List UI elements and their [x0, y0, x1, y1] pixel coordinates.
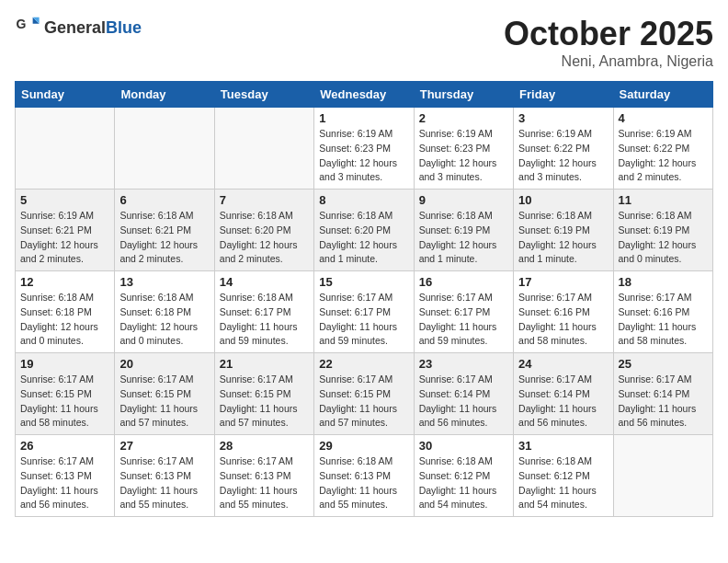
day-number: 30 — [419, 439, 508, 453]
day-number: 18 — [619, 275, 708, 289]
calendar-week-row: 19Sunrise: 6:17 AMSunset: 6:15 PMDayligh… — [16, 353, 713, 435]
day-info: Sunrise: 6:18 AMSunset: 6:12 PMDaylight:… — [518, 454, 608, 512]
day-info: Sunrise: 6:17 AMSunset: 6:14 PMDaylight:… — [518, 373, 608, 431]
day-number: 21 — [220, 357, 309, 371]
day-number: 16 — [419, 275, 508, 289]
calendar-week-row: 5Sunrise: 6:19 AMSunset: 6:21 PMDaylight… — [16, 190, 713, 271]
calendar-cell: 17Sunrise: 6:17 AMSunset: 6:16 PMDayligh… — [514, 271, 613, 353]
calendar-cell: 30Sunrise: 6:18 AMSunset: 6:12 PMDayligh… — [414, 435, 513, 517]
day-number: 3 — [518, 111, 608, 125]
day-info: Sunrise: 6:18 AMSunset: 6:20 PMDaylight:… — [220, 209, 309, 267]
weekday-header: Tuesday — [214, 82, 313, 108]
logo-text-blue: Blue — [106, 18, 142, 37]
weekday-header: Monday — [115, 82, 214, 108]
day-info: Sunrise: 6:19 AMSunset: 6:23 PMDaylight:… — [419, 127, 508, 185]
calendar-cell: 20Sunrise: 6:17 AMSunset: 6:15 PMDayligh… — [115, 353, 214, 435]
calendar-cell: 10Sunrise: 6:18 AMSunset: 6:19 PMDayligh… — [514, 190, 613, 271]
calendar-cell — [613, 435, 712, 517]
day-number: 31 — [518, 439, 608, 453]
day-number: 2 — [419, 111, 508, 125]
day-number: 5 — [20, 193, 109, 207]
day-number: 15 — [319, 275, 408, 289]
calendar-cell: 18Sunrise: 6:17 AMSunset: 6:16 PMDayligh… — [613, 271, 712, 353]
day-number: 4 — [619, 111, 708, 125]
day-info: Sunrise: 6:18 AMSunset: 6:18 PMDaylight:… — [119, 291, 209, 349]
calendar-cell — [214, 108, 313, 190]
calendar-cell: 16Sunrise: 6:17 AMSunset: 6:17 PMDayligh… — [414, 271, 513, 353]
calendar-cell — [16, 108, 115, 190]
weekday-header: Sunday — [16, 82, 115, 108]
calendar-cell: 1Sunrise: 6:19 AMSunset: 6:23 PMDaylight… — [314, 108, 414, 190]
day-number: 19 — [20, 357, 109, 371]
weekday-header-row: SundayMondayTuesdayWednesdayThursdayFrid… — [16, 82, 713, 108]
calendar-table: SundayMondayTuesdayWednesdayThursdayFrid… — [15, 81, 713, 517]
day-info: Sunrise: 6:19 AMSunset: 6:22 PMDaylight:… — [619, 127, 708, 185]
day-info: Sunrise: 6:18 AMSunset: 6:21 PMDaylight:… — [119, 209, 209, 267]
calendar-cell: 27Sunrise: 6:17 AMSunset: 6:13 PMDayligh… — [115, 435, 214, 517]
logo-text-general: General — [44, 18, 106, 37]
calendar-cell: 8Sunrise: 6:18 AMSunset: 6:20 PMDaylight… — [314, 190, 414, 271]
calendar-cell: 4Sunrise: 6:19 AMSunset: 6:22 PMDaylight… — [613, 108, 712, 190]
calendar-cell: 31Sunrise: 6:18 AMSunset: 6:12 PMDayligh… — [514, 435, 613, 517]
day-number: 28 — [220, 439, 309, 453]
day-info: Sunrise: 6:18 AMSunset: 6:18 PMDaylight:… — [20, 291, 109, 349]
day-number: 17 — [518, 275, 608, 289]
day-info: Sunrise: 6:17 AMSunset: 6:14 PMDaylight:… — [419, 373, 508, 431]
day-info: Sunrise: 6:18 AMSunset: 6:19 PMDaylight:… — [518, 209, 608, 267]
weekday-header: Thursday — [414, 82, 513, 108]
day-info: Sunrise: 6:18 AMSunset: 6:17 PMDaylight:… — [220, 291, 309, 349]
day-info: Sunrise: 6:17 AMSunset: 6:16 PMDaylight:… — [518, 291, 608, 349]
svg-text:G: G — [16, 17, 26, 31]
day-number: 29 — [319, 439, 408, 453]
calendar-cell: 14Sunrise: 6:18 AMSunset: 6:17 PMDayligh… — [214, 271, 313, 353]
weekday-header: Saturday — [613, 82, 712, 108]
day-number: 13 — [119, 275, 209, 289]
day-info: Sunrise: 6:17 AMSunset: 6:13 PMDaylight:… — [119, 454, 209, 512]
calendar-cell: 5Sunrise: 6:19 AMSunset: 6:21 PMDaylight… — [16, 190, 115, 271]
calendar-cell: 25Sunrise: 6:17 AMSunset: 6:14 PMDayligh… — [613, 353, 712, 435]
day-info: Sunrise: 6:17 AMSunset: 6:15 PMDaylight:… — [220, 373, 309, 431]
title-block: October 2025 Neni, Anambra, Nigeria — [504, 15, 713, 70]
day-info: Sunrise: 6:17 AMSunset: 6:15 PMDaylight:… — [119, 373, 209, 431]
calendar-week-row: 12Sunrise: 6:18 AMSunset: 6:18 PMDayligh… — [16, 271, 713, 353]
day-number: 22 — [319, 357, 408, 371]
weekday-header: Wednesday — [314, 82, 414, 108]
calendar-cell: 11Sunrise: 6:18 AMSunset: 6:19 PMDayligh… — [613, 190, 712, 271]
day-number: 10 — [518, 193, 608, 207]
day-info: Sunrise: 6:17 AMSunset: 6:14 PMDaylight:… — [619, 373, 708, 431]
calendar-cell: 19Sunrise: 6:17 AMSunset: 6:15 PMDayligh… — [16, 353, 115, 435]
calendar-cell: 26Sunrise: 6:17 AMSunset: 6:13 PMDayligh… — [16, 435, 115, 517]
calendar-cell: 22Sunrise: 6:17 AMSunset: 6:15 PMDayligh… — [314, 353, 414, 435]
day-info: Sunrise: 6:18 AMSunset: 6:19 PMDaylight:… — [419, 209, 508, 267]
day-info: Sunrise: 6:17 AMSunset: 6:13 PMDaylight:… — [20, 454, 109, 512]
calendar-cell: 3Sunrise: 6:19 AMSunset: 6:22 PMDaylight… — [514, 108, 613, 190]
calendar-cell — [115, 108, 214, 190]
calendar-cell: 9Sunrise: 6:18 AMSunset: 6:19 PMDaylight… — [414, 190, 513, 271]
day-number: 6 — [119, 193, 209, 207]
day-number: 11 — [619, 193, 708, 207]
day-info: Sunrise: 6:19 AMSunset: 6:22 PMDaylight:… — [518, 127, 608, 185]
page-header: G GeneralBlue October 2025 Neni, Anambra… — [15, 15, 713, 70]
calendar-cell: 28Sunrise: 6:17 AMSunset: 6:13 PMDayligh… — [214, 435, 313, 517]
day-info: Sunrise: 6:17 AMSunset: 6:17 PMDaylight:… — [319, 291, 408, 349]
day-number: 23 — [419, 357, 508, 371]
day-info: Sunrise: 6:17 AMSunset: 6:15 PMDaylight:… — [319, 373, 408, 431]
day-info: Sunrise: 6:17 AMSunset: 6:15 PMDaylight:… — [20, 373, 109, 431]
calendar-cell: 29Sunrise: 6:18 AMSunset: 6:13 PMDayligh… — [314, 435, 414, 517]
weekday-header: Friday — [514, 82, 613, 108]
calendar-cell: 6Sunrise: 6:18 AMSunset: 6:21 PMDaylight… — [115, 190, 214, 271]
day-number: 14 — [220, 275, 309, 289]
calendar-week-row: 1Sunrise: 6:19 AMSunset: 6:23 PMDaylight… — [16, 108, 713, 190]
day-info: Sunrise: 6:17 AMSunset: 6:13 PMDaylight:… — [220, 454, 309, 512]
day-info: Sunrise: 6:18 AMSunset: 6:19 PMDaylight:… — [619, 209, 708, 267]
calendar-cell: 7Sunrise: 6:18 AMSunset: 6:20 PMDaylight… — [214, 190, 313, 271]
day-info: Sunrise: 6:17 AMSunset: 6:16 PMDaylight:… — [619, 291, 708, 349]
calendar-cell: 12Sunrise: 6:18 AMSunset: 6:18 PMDayligh… — [16, 271, 115, 353]
calendar-cell: 21Sunrise: 6:17 AMSunset: 6:15 PMDayligh… — [214, 353, 313, 435]
day-number: 20 — [119, 357, 209, 371]
day-number: 1 — [319, 111, 408, 125]
day-number: 12 — [20, 275, 109, 289]
page-location: Neni, Anambra, Nigeria — [504, 53, 713, 70]
day-number: 8 — [319, 193, 408, 207]
day-number: 25 — [619, 357, 708, 371]
